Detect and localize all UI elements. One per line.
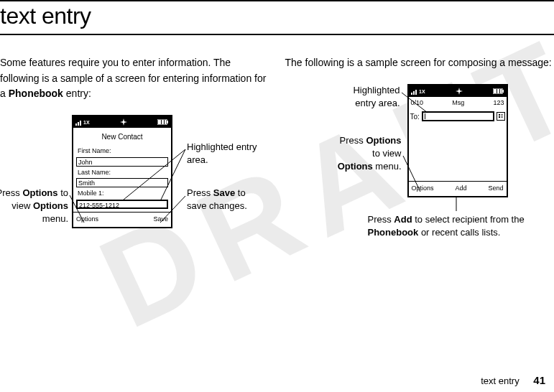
input-mode: 123 <box>493 98 504 108</box>
message-body[interactable] <box>409 123 507 181</box>
signal-icon: 1X <box>75 118 90 126</box>
svg-marker-4 <box>120 118 127 126</box>
svg-rect-0 <box>75 123 77 126</box>
t: Options <box>338 161 373 172</box>
battery-icon <box>493 88 504 94</box>
t: or recent calls lists. <box>418 227 500 238</box>
callout-highlight-2: Highlighted entry area. <box>341 84 400 110</box>
screen-title: New Contact <box>76 131 168 145</box>
t: Options <box>22 187 57 198</box>
to-label: To: <box>410 111 420 123</box>
footer: text entry 41 <box>481 374 545 386</box>
phone-new-contact: 1X New Contact First Name: John Las <box>72 115 172 228</box>
t: Phonebook <box>368 227 419 238</box>
callout-highlight: Highlighted entry area. <box>187 141 259 167</box>
status-bar-2: 1X <box>409 85 507 97</box>
t: to select recipient from the <box>412 214 525 225</box>
svg-rect-20 <box>502 90 504 93</box>
svg-marker-18 <box>456 88 463 95</box>
svg-rect-23 <box>500 89 502 93</box>
phone-compose-msg: 1X 0/10 Msg 123 <box>407 84 508 197</box>
char-count: 0/10 <box>411 98 424 108</box>
mobile-label: Mobile 1: <box>78 189 168 199</box>
t: Add <box>394 214 412 225</box>
softkey-add[interactable]: Add <box>455 184 466 194</box>
svg-rect-16 <box>415 90 417 95</box>
svg-rect-22 <box>497 89 499 93</box>
svg-rect-9 <box>165 120 166 124</box>
msg-info-bar: 0/10 Msg 123 <box>409 97 507 110</box>
footer-title: text entry <box>481 375 519 386</box>
signal-icon: 1X <box>411 88 425 95</box>
softkey-options[interactable]: Options <box>76 215 98 225</box>
t: Options <box>366 135 401 146</box>
softkey-options-2[interactable]: Options <box>412 184 434 194</box>
svg-text:1X: 1X <box>83 120 90 125</box>
svg-rect-7 <box>158 120 161 124</box>
t: Highlighted entry area. <box>353 85 400 108</box>
softkey-send[interactable]: Send <box>488 184 503 194</box>
callout-options: Press Options to view Options menu. <box>0 187 68 226</box>
t: menu. <box>42 213 68 224</box>
svg-rect-14 <box>411 93 412 95</box>
last-name-label: Last Name: <box>78 168 168 178</box>
intro-text-c: entry: <box>63 88 91 99</box>
first-name-label: First Name: <box>78 146 168 157</box>
first-name-field[interactable]: John <box>76 157 168 167</box>
to-field[interactable] <box>422 111 494 121</box>
left-intro: Some features require you to enter infor… <box>0 55 269 102</box>
softkey-save[interactable]: Save <box>153 215 168 225</box>
intro-text-b: Phonebook <box>9 88 63 99</box>
callout-save: Press Save to save changes. <box>187 187 266 213</box>
svg-rect-21 <box>494 89 497 93</box>
t: menu. <box>373 161 402 172</box>
t: Options <box>33 200 68 211</box>
airplane-icon <box>456 88 463 95</box>
svg-rect-15 <box>413 91 415 95</box>
airplane-icon <box>120 118 127 126</box>
status-bar: 1X <box>73 116 171 128</box>
callout-add: Press Add to select recipient from the P… <box>368 213 540 239</box>
t: Press <box>368 214 394 225</box>
svg-rect-26 <box>499 116 500 118</box>
svg-rect-8 <box>162 120 164 124</box>
msg-label: Msg <box>452 98 464 108</box>
callout-options-2: Press Options to viewOptions menu. <box>330 134 402 174</box>
t: Highlighted entry area. <box>187 141 257 165</box>
right-intro: The following is a sample screen for com… <box>285 55 555 71</box>
t: Press <box>0 187 22 198</box>
t: to view <box>372 148 401 159</box>
svg-rect-25 <box>499 114 500 116</box>
svg-text:1X: 1X <box>419 89 425 94</box>
battery-icon <box>157 119 169 125</box>
contact-icon[interactable] <box>497 112 505 121</box>
svg-rect-2 <box>80 121 81 126</box>
page-number: 41 <box>533 374 545 386</box>
t: Save <box>213 187 235 198</box>
t: Press <box>187 187 213 198</box>
last-name-field[interactable]: Smith <box>76 178 168 187</box>
svg-rect-6 <box>167 121 168 123</box>
page-title: text entry <box>0 3 554 29</box>
mobile-field[interactable]: 212-555-1212 <box>76 200 168 209</box>
t: Press <box>340 135 366 146</box>
svg-rect-1 <box>78 122 79 126</box>
